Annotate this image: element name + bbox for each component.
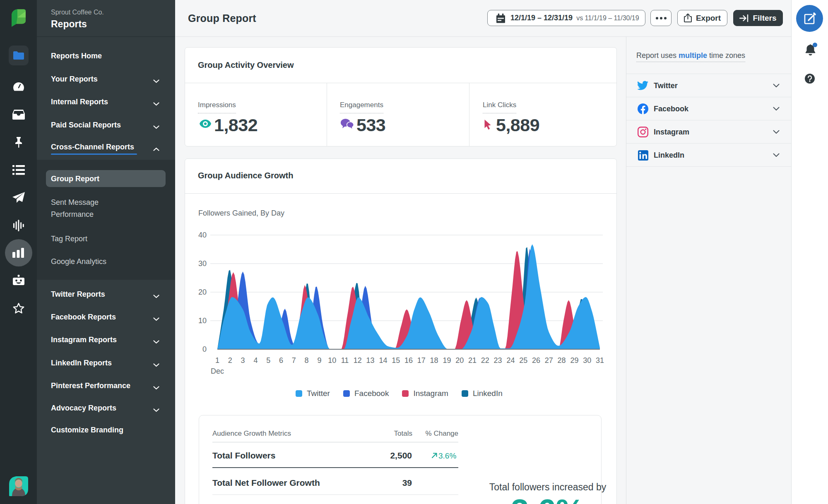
svg-text:29: 29 — [570, 356, 578, 365]
svg-text:27: 27 — [545, 356, 553, 365]
svg-text:40: 40 — [198, 231, 207, 239]
svg-text:22: 22 — [481, 356, 489, 365]
svg-text:7: 7 — [292, 356, 296, 365]
svg-text:28: 28 — [558, 356, 566, 365]
svg-text:25: 25 — [519, 356, 527, 365]
svg-text:6: 6 — [279, 356, 283, 365]
svg-text:16: 16 — [404, 356, 413, 365]
svg-text:15: 15 — [392, 356, 400, 365]
svg-text:19: 19 — [443, 356, 451, 365]
svg-text:8: 8 — [305, 356, 309, 365]
svg-text:5: 5 — [266, 356, 270, 365]
svg-text:17: 17 — [417, 356, 426, 365]
svg-text:20: 20 — [198, 288, 207, 296]
svg-text:2: 2 — [228, 356, 232, 365]
svg-text:20: 20 — [455, 356, 464, 365]
svg-text:31: 31 — [596, 356, 604, 365]
svg-text:26: 26 — [532, 356, 540, 365]
svg-text:4: 4 — [253, 356, 258, 365]
svg-text:10: 10 — [198, 317, 207, 325]
svg-text:10: 10 — [328, 356, 336, 365]
svg-text:30: 30 — [198, 259, 207, 268]
svg-text:0: 0 — [202, 345, 207, 353]
svg-text:12: 12 — [354, 356, 362, 365]
svg-text:9: 9 — [317, 356, 321, 365]
svg-text:Dec: Dec — [211, 367, 224, 375]
svg-text:1: 1 — [215, 356, 219, 365]
svg-text:18: 18 — [430, 356, 438, 365]
svg-text:21: 21 — [468, 356, 477, 365]
svg-text:13: 13 — [366, 356, 375, 365]
svg-text:14: 14 — [379, 356, 387, 365]
svg-text:11: 11 — [341, 356, 349, 365]
svg-text:30: 30 — [583, 356, 591, 365]
svg-text:23: 23 — [494, 356, 502, 365]
svg-text:3: 3 — [241, 356, 245, 365]
svg-text:24: 24 — [506, 356, 515, 365]
